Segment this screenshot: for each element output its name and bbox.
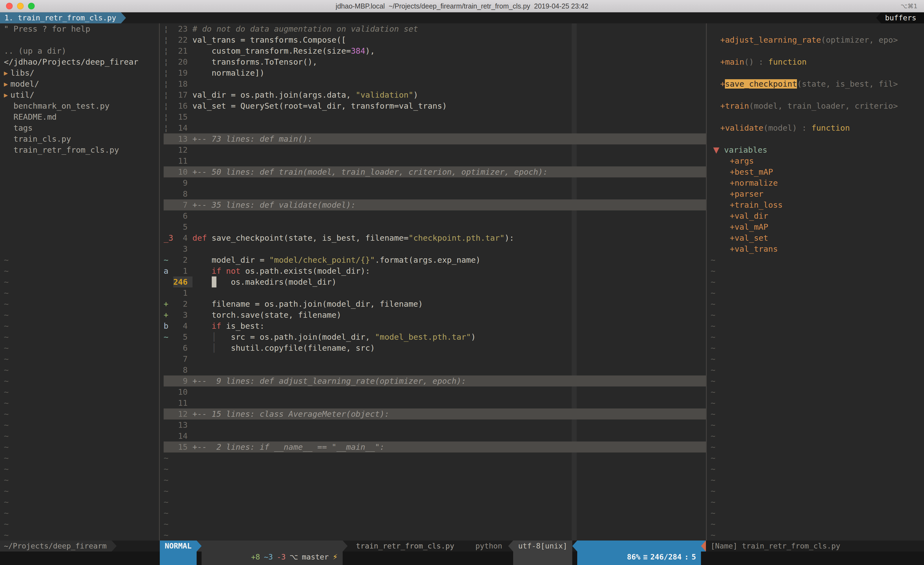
text-segment: function (812, 123, 850, 132)
code-line[interactable]: 9 (164, 177, 706, 188)
tag-row[interactable]: +val_set (711, 233, 924, 243)
code-line[interactable]: 12 (164, 144, 706, 155)
buffers-label: buffers (881, 12, 924, 23)
code-line[interactable]: b4 if is_best: (164, 320, 706, 332)
code-line[interactable]: ~2 model_dir = "model/check_point/{}".fo… (164, 254, 706, 266)
code-line[interactable]: ¦23 # do not do data augmentation on val… (164, 23, 706, 35)
tree-row[interactable]: ▸ libs/ (4, 68, 159, 78)
tag-row[interactable]: +args (711, 155, 924, 167)
tag-row[interactable]: +train_loss (711, 200, 924, 210)
code-line[interactable]: +2 filename = os.path.join(model_dir, fi… (164, 299, 706, 310)
tag-row[interactable]: +normalize (711, 177, 924, 188)
tag-row[interactable]: +save_checkpoint(state, is_best, fil> (711, 78, 924, 89)
gutter-sign (164, 419, 173, 430)
tilde-marker: ~ (711, 442, 715, 452)
code-line[interactable]: 11 (164, 397, 706, 409)
code-line[interactable]: ~5 │ src = os.path.join(model_dir, "mode… (164, 332, 706, 343)
code-line[interactable]: 3 (164, 243, 706, 254)
tree-row[interactable] (4, 155, 159, 167)
code-line[interactable]: ¦16 val_set = QuerySet(root=val_dir, tra… (164, 101, 706, 111)
code-line[interactable]: a1 if not os.path.exists(model_dir): (164, 266, 706, 276)
tag-row[interactable] (711, 45, 924, 56)
code-line[interactable]: 11 (164, 155, 706, 167)
code-line[interactable]: 5 (164, 221, 706, 233)
tag-row[interactable] (711, 111, 924, 122)
code-line[interactable]: 1 (164, 287, 706, 299)
tree-row[interactable] (4, 188, 159, 200)
tree-row[interactable] (4, 200, 159, 210)
code-line[interactable]: 7 +-- 35 lines: def validate(model): (164, 200, 706, 210)
tree-row[interactable] (4, 221, 159, 233)
code-line[interactable]: +3 torch.save(state, filename) (164, 310, 706, 320)
tab-train-retr-from-cls[interactable]: 1. train_retr_from_cls.py (0, 12, 121, 23)
code-line[interactable]: 10 (164, 386, 706, 397)
tag-row[interactable]: +val_trans (711, 243, 924, 254)
tag-row[interactable] (711, 89, 924, 101)
tag-row[interactable] (711, 23, 924, 35)
tree-row[interactable] (4, 167, 159, 177)
line-number-spacer (188, 210, 192, 221)
code-line[interactable]: 7 (164, 353, 706, 364)
close-button[interactable] (6, 3, 13, 9)
tree-row[interactable]: train_retr_from_cls.py (4, 144, 159, 155)
code-line[interactable]: ¦17 val_dir = os.path.join(args.data, "v… (164, 89, 706, 101)
tree-row[interactable]: benchmark_on_test.py (4, 101, 159, 111)
tag-row[interactable] (711, 134, 924, 144)
tree-row[interactable] (4, 233, 159, 243)
minimize-button[interactable] (17, 3, 24, 9)
code-line[interactable]: 8 (164, 364, 706, 376)
tree-row[interactable]: </jdhao/Projects/deep_firear (4, 56, 159, 68)
tag-row[interactable]: +val_mAP (711, 221, 924, 233)
tree-row[interactable]: README.md (4, 111, 159, 122)
command-line[interactable] (0, 551, 924, 565)
tree-row[interactable]: tags (4, 122, 159, 134)
code-line[interactable]: 10 +-- 50 lines: def train(model, train_… (164, 167, 706, 177)
tree-row[interactable] (4, 210, 159, 221)
zoom-button[interactable] (28, 3, 34, 9)
tag-row[interactable]: +val_dir (711, 210, 924, 221)
code-line[interactable]: ¦20 transforms.ToTensor(), (164, 56, 706, 68)
tree-row[interactable]: train_cls.py (4, 134, 159, 144)
code-line[interactable]: ¦14 (164, 122, 706, 134)
tag-row[interactable]: +parser (711, 188, 924, 200)
text-segment: README.md (4, 112, 57, 122)
code-line[interactable]: 6 │ shutil.copyfile(filename, src) (164, 343, 706, 353)
tree-row[interactable] (4, 177, 159, 188)
tag-row[interactable] (711, 68, 924, 78)
code-line[interactable]: 13 +-- 73 lines: def main(): (164, 134, 706, 144)
tag-row[interactable]: +main() : function (711, 56, 924, 68)
tag-row[interactable]: +validate(model) : function (711, 122, 924, 134)
code-line[interactable]: 15 +-- 2 lines: if __name__ == "__main__… (164, 442, 706, 452)
code-line[interactable]: ¦15 (164, 111, 706, 122)
text-segment: + (711, 79, 725, 89)
code-line[interactable]: 8 (164, 188, 706, 200)
tree-row[interactable]: ▸ model/ (4, 78, 159, 89)
code-line[interactable]: 9 +-- 9 lines: def adjust_learning_rate(… (164, 376, 706, 386)
tree-row[interactable]: ▸ util/ (4, 89, 159, 101)
code-line[interactable]: 6 (164, 210, 706, 221)
line-number-spacer (188, 78, 192, 89)
tree-row[interactable]: " Press ? for help (4, 23, 159, 35)
empty-buffer-line: ~ (164, 485, 706, 496)
code-line[interactable]: 246 os.makedirs(model_dir) (164, 276, 706, 287)
tree-row[interactable]: .. (up a dir) (4, 45, 159, 56)
code-line[interactable]: _34 def save_checkpoint(state, is_best, … (164, 233, 706, 243)
empty-buffer-line: ~ (711, 386, 924, 397)
code-line[interactable]: 14 (164, 430, 706, 442)
code-line[interactable]: ¦19 normalize]) (164, 68, 706, 78)
code-line[interactable]: ¦18 (164, 78, 706, 89)
code-line[interactable]: 13 (164, 419, 706, 430)
tag-row[interactable]: +adjust_learning_rate(optimizer, epo> (711, 35, 924, 45)
code-line[interactable]: ¦22 val_trans = transforms.Compose([ (164, 35, 706, 45)
empty-buffer-line: ~ (711, 299, 924, 310)
tree-row[interactable] (4, 243, 159, 254)
text-segment: : (754, 57, 768, 66)
tag-row[interactable]: +train(model, train_loader, criterio> (711, 101, 924, 111)
tag-row[interactable]: +best_mAP (711, 167, 924, 177)
code-line[interactable]: 12 +-- 15 lines: class AverageMeter(obje… (164, 409, 706, 419)
code-line[interactable]: ¦21 custom_transform.Resize(size=384), (164, 45, 706, 56)
tree-row[interactable] (4, 35, 159, 45)
tag-row[interactable]: ▼ variables (711, 144, 924, 155)
empty-buffer-line: ~ (4, 364, 159, 376)
tilde-marker: ~ (711, 453, 715, 463)
